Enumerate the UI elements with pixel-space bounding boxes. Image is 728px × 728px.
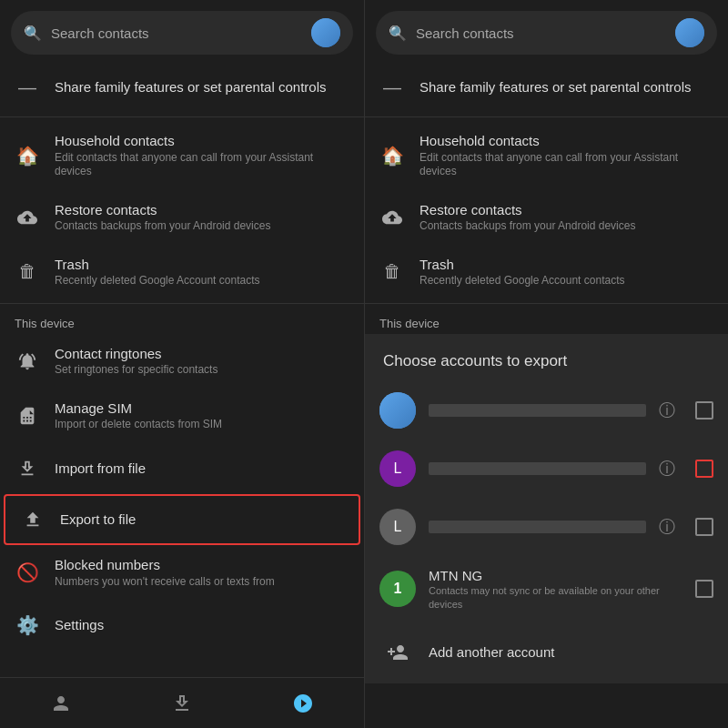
trash-subtitle: Recently deleted Google Account contacts bbox=[55, 274, 349, 288]
left-search-bar[interactable]: 🔍 Search contacts bbox=[11, 11, 353, 55]
right-minus-icon: — bbox=[379, 75, 405, 100]
menu-item-restore[interactable]: Restore contacts Contacts backups from y… bbox=[0, 190, 364, 245]
export-title: Export to file bbox=[60, 511, 344, 529]
account-name-3 bbox=[429, 521, 646, 533]
account-name-2 bbox=[429, 462, 646, 475]
right-family-title: Share family features or set parental co… bbox=[420, 78, 713, 96]
left-scroll-area: — Share family features or set parental … bbox=[0, 62, 364, 728]
household-subtitle: Edit contacts that anyone can call from … bbox=[55, 151, 349, 179]
right-divider-1 bbox=[365, 116, 728, 117]
info-icon-2[interactable]: ⓘ bbox=[659, 458, 675, 480]
blocked-title: Blocked numbers bbox=[55, 556, 349, 574]
settings-title: Settings bbox=[55, 616, 349, 634]
manage-sim-subtitle: Import or delete contacts from SIM bbox=[55, 418, 349, 432]
right-trash-icon: 🗑 bbox=[379, 259, 405, 285]
nav-active[interactable] bbox=[292, 693, 314, 714]
account-name-1 bbox=[429, 404, 646, 417]
blocked-subtitle: Numbers you won't receive calls or texts… bbox=[55, 575, 349, 590]
right-household[interactable]: 🏠 Household contacts Edit contacts that … bbox=[365, 121, 728, 190]
right-panel: 🔍 Search contacts — Share family feature… bbox=[364, 0, 728, 728]
mtn-avatar: 1 bbox=[379, 571, 416, 607]
home-icon: 🏠 bbox=[15, 143, 40, 168]
bottom-nav bbox=[0, 677, 364, 728]
right-cloud-icon bbox=[379, 205, 405, 230]
ringtones-title: Contact ringtones bbox=[55, 345, 349, 363]
right-trash-title: Trash bbox=[420, 256, 713, 274]
block-icon: 🚫 bbox=[15, 560, 40, 585]
right-household-subtitle: Edit contacts that anyone can call from … bbox=[420, 151, 713, 179]
menu-item-blocked[interactable]: 🚫 Blocked numbers Numbers you won't rece… bbox=[0, 545, 364, 600]
right-household-title: Household contacts bbox=[420, 132, 713, 150]
account-avatar-2: L bbox=[379, 450, 416, 487]
right-trash[interactable]: 🗑 Trash Recently deleted Google Account … bbox=[365, 245, 728, 299]
right-this-device-header: This device bbox=[365, 308, 728, 334]
right-home-icon: 🏠 bbox=[379, 143, 405, 168]
trash-icon: 🗑 bbox=[15, 259, 40, 285]
family-title: Share family features or set parental co… bbox=[55, 78, 349, 96]
export-dialog: Choose accounts to export ⓘ L ⓘ L bbox=[365, 334, 728, 683]
nav-import[interactable] bbox=[171, 693, 193, 714]
ringtone-icon bbox=[15, 349, 40, 374]
right-family[interactable]: — Share family features or set parental … bbox=[365, 62, 728, 113]
nav-contacts[interactable] bbox=[50, 693, 72, 714]
add-account-text: Add another account bbox=[429, 644, 554, 660]
divider-2 bbox=[0, 303, 364, 304]
left-search-input[interactable]: Search contacts bbox=[51, 25, 302, 41]
search-icon: 🔍 bbox=[24, 25, 42, 42]
right-avatar[interactable] bbox=[675, 18, 704, 47]
dialog-title: Choose accounts to export bbox=[365, 334, 728, 381]
checkbox-1[interactable] bbox=[695, 401, 713, 420]
add-account-icon bbox=[379, 634, 416, 671]
checkbox-3[interactable] bbox=[695, 518, 713, 536]
checkbox-2[interactable] bbox=[695, 460, 713, 478]
divider-1 bbox=[0, 116, 364, 117]
right-restore-title: Restore contacts bbox=[420, 201, 713, 219]
right-divider-2 bbox=[365, 303, 728, 304]
household-title: Household contacts bbox=[55, 132, 349, 150]
account-item-3[interactable]: L ⓘ bbox=[365, 498, 728, 556]
restore-title: Restore contacts bbox=[55, 201, 349, 219]
right-trash-subtitle: Recently deleted Google Account contacts bbox=[420, 274, 713, 288]
ringtones-subtitle: Set ringtones for specific contacts bbox=[55, 363, 349, 378]
export-icon bbox=[20, 507, 46, 532]
trash-title: Trash bbox=[55, 256, 349, 274]
import-title: Import from file bbox=[55, 460, 349, 478]
menu-item-household[interactable]: 🏠 Household contacts Edit contacts that … bbox=[0, 121, 364, 190]
right-search-icon: 🔍 bbox=[389, 25, 407, 42]
restore-subtitle: Contacts backups from your Android devic… bbox=[55, 219, 349, 234]
import-icon bbox=[15, 456, 40, 481]
account-item-mtn[interactable]: 1 MTN NG Contacts may not sync or be ava… bbox=[365, 556, 728, 622]
account-avatar-3: L bbox=[379, 509, 416, 545]
right-search-bar[interactable]: 🔍 Search contacts bbox=[376, 11, 717, 55]
left-panel: 🔍 Search contacts — Share family feature… bbox=[0, 0, 364, 728]
sim-icon bbox=[15, 403, 40, 429]
account-avatar-1 bbox=[379, 392, 416, 429]
this-device-header: This device bbox=[0, 308, 364, 334]
settings-icon: ⚙️ bbox=[15, 612, 40, 638]
minus-icon: — bbox=[15, 75, 40, 100]
mtn-title: MTN NG bbox=[429, 567, 682, 585]
menu-item-manage-sim[interactable]: Manage SIM Import or delete contacts fro… bbox=[0, 389, 364, 443]
info-icon-1[interactable]: ⓘ bbox=[659, 399, 675, 421]
menu-item-ringtones[interactable]: Contact ringtones Set ringtones for spec… bbox=[0, 334, 364, 389]
menu-item-family[interactable]: — Share family features or set parental … bbox=[0, 62, 364, 113]
add-account-item[interactable]: Add another account bbox=[365, 622, 728, 683]
right-restore-subtitle: Contacts backups from your Android devic… bbox=[420, 219, 713, 234]
checkbox-mtn[interactable] bbox=[695, 580, 713, 598]
mtn-subtitle: Contacts may not sync or be available on… bbox=[429, 584, 682, 611]
menu-item-export[interactable]: Export to file bbox=[4, 494, 360, 545]
avatar[interactable] bbox=[311, 18, 340, 47]
menu-item-trash[interactable]: 🗑 Trash Recently deleted Google Account … bbox=[0, 245, 364, 299]
right-scroll-area: — Share family features or set parental … bbox=[365, 62, 728, 728]
manage-sim-title: Manage SIM bbox=[55, 399, 349, 418]
info-icon-3[interactable]: ⓘ bbox=[659, 516, 675, 538]
menu-item-settings[interactable]: ⚙️ Settings bbox=[0, 600, 364, 651]
account-item-2[interactable]: L ⓘ bbox=[365, 440, 728, 498]
menu-item-import[interactable]: Import from file bbox=[0, 443, 364, 494]
right-restore[interactable]: Restore contacts Contacts backups from y… bbox=[365, 190, 728, 245]
account-item-1[interactable]: ⓘ bbox=[365, 381, 728, 440]
cloud-upload-icon bbox=[15, 205, 40, 230]
right-search-input[interactable]: Search contacts bbox=[416, 25, 666, 41]
